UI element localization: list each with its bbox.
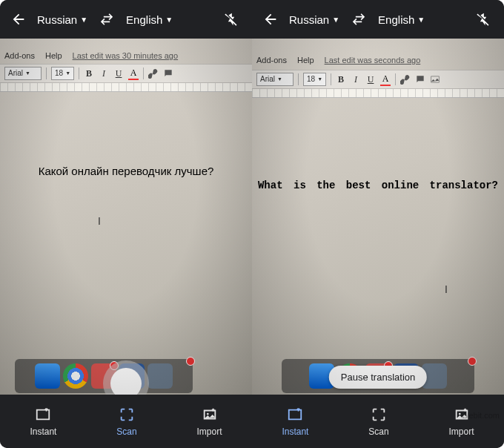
menu-help: Help [45, 51, 62, 60]
source-language-label: Russian [289, 13, 329, 26]
toolbar-divider [395, 73, 396, 85]
underline-button: U [113, 68, 124, 79]
toolbar-divider [79, 67, 79, 79]
target-language-selector[interactable]: English ▼ [125, 10, 174, 29]
menu-help: Help [297, 56, 314, 65]
camera-viewport: Add-ons Help Last edit was 30 minutes ag… [0, 39, 252, 395]
link-icon [400, 74, 411, 85]
bottom-nav: Instant Scan Import [252, 395, 504, 448]
translate-topbar: Russian ▼ English ▼ [0, 0, 252, 39]
comment-icon [415, 74, 425, 85]
dropdown-caret-icon: ▼ [165, 16, 173, 24]
dock-app-icon [147, 363, 173, 389]
toolbar-divider [298, 73, 299, 85]
font-name: Arial [260, 73, 275, 85]
bottom-nav: Instant Scan Import [0, 395, 252, 448]
screenshot-right: Russian ▼ English ▼ Add-ons Help Last ed… [252, 0, 504, 448]
nav-scan-label: Scan [368, 426, 388, 437]
target-language-label: English [126, 13, 162, 26]
font-size: 18 [307, 73, 315, 85]
nav-instant-label: Instant [282, 426, 308, 437]
import-icon [202, 406, 218, 424]
docs-menubar: Add-ons Help Last edit was 30 minutes ag… [0, 47, 252, 64]
nav-instant[interactable]: Instant [282, 406, 308, 437]
translate-topbar: Russian ▼ English ▼ [252, 0, 504, 39]
font-selector: Arial▼ [4, 67, 42, 80]
scan-icon [119, 406, 135, 424]
image-icon [430, 74, 440, 85]
docs-toolbar: Arial▼ 18▼ B I U A [252, 70, 504, 89]
dock-finder-icon [35, 363, 60, 389]
font-size: 18 [55, 67, 63, 79]
fontsize-selector: 18▼ [303, 73, 326, 86]
text-cursor-icon: I [445, 283, 449, 294]
source-language-label: Russian [37, 13, 77, 26]
last-edit-text: Last edit was seconds ago [325, 56, 421, 65]
camera-viewport: Add-ons Help Last edit was seconds ago A… [252, 39, 504, 395]
swap-languages-icon[interactable] [347, 7, 371, 31]
flash-off-icon[interactable] [219, 7, 246, 31]
italic-button: I [99, 68, 109, 79]
shutter-inner-icon [110, 368, 142, 395]
bold-button: B [336, 74, 346, 85]
menu-addons: Add-ons [4, 51, 35, 60]
nav-import[interactable]: Import [197, 406, 222, 437]
bold-button: B [84, 68, 94, 79]
target-language-selector[interactable]: English ▼ [377, 10, 426, 29]
nav-scan-label: Scan [116, 426, 136, 437]
italic-button: I [351, 74, 361, 85]
dropdown-caret-icon: ▼ [80, 16, 87, 24]
dropdown-caret-icon: ▼ [417, 16, 425, 24]
comment-icon [163, 68, 173, 79]
target-language-label: English [378, 13, 414, 26]
toolbar-divider [331, 73, 331, 85]
nav-instant[interactable]: Instant [30, 406, 56, 437]
nav-import-label: Import [197, 426, 222, 437]
svg-point-2 [458, 413, 460, 415]
docs-toolbar: Arial▼ 18▼ B I U A [0, 64, 252, 83]
pause-translation-label: Pause translation [341, 372, 415, 383]
screenshot-left: Russian ▼ English ▼ Add-ons Help Last ed… [0, 0, 252, 448]
docs-ruler [0, 83, 252, 92]
text-cursor-icon: I [98, 215, 102, 225]
dropdown-caret-icon: ▼ [332, 16, 339, 24]
nav-scan[interactable]: Scan [368, 406, 388, 437]
font-name: Arial [8, 67, 23, 79]
document-text: What is the best online translator? [252, 179, 504, 191]
flash-off-icon[interactable] [471, 7, 498, 31]
svg-point-0 [206, 413, 208, 415]
toolbar-divider [46, 67, 47, 79]
textcolor-button: A [380, 73, 391, 86]
font-selector: Arial▼ [256, 73, 294, 86]
source-language-selector[interactable]: Russian ▼ [288, 10, 341, 29]
nav-scan[interactable]: Scan [116, 406, 136, 437]
back-arrow-icon[interactable] [258, 7, 283, 32]
underline-button: U [365, 74, 376, 85]
back-arrow-icon[interactable] [6, 7, 31, 32]
instant-icon [287, 406, 303, 424]
watermark: Webit.com [461, 411, 500, 420]
docs-menubar: Add-ons Help Last edit was seconds ago [252, 52, 504, 68]
toolbar-divider [143, 67, 144, 79]
nav-import-label: Import [449, 426, 474, 437]
docs-ruler [252, 89, 504, 98]
pause-translation-button[interactable]: Pause translation [329, 366, 427, 389]
source-language-selector[interactable]: Russian ▼ [36, 10, 89, 29]
link-icon [148, 68, 159, 79]
swap-languages-icon[interactable] [95, 7, 119, 31]
textcolor-button: A [128, 67, 139, 80]
last-edit-text: Last edit was 30 minutes ago [73, 51, 178, 60]
menu-addons: Add-ons [256, 56, 287, 65]
document-text: Какой онлайн переводчик лучше? [0, 165, 252, 177]
instant-icon [35, 406, 51, 424]
dock-chrome-icon [63, 363, 88, 389]
fontsize-selector: 18▼ [51, 67, 74, 80]
scan-icon [371, 406, 387, 424]
nav-instant-label: Instant [30, 426, 56, 437]
